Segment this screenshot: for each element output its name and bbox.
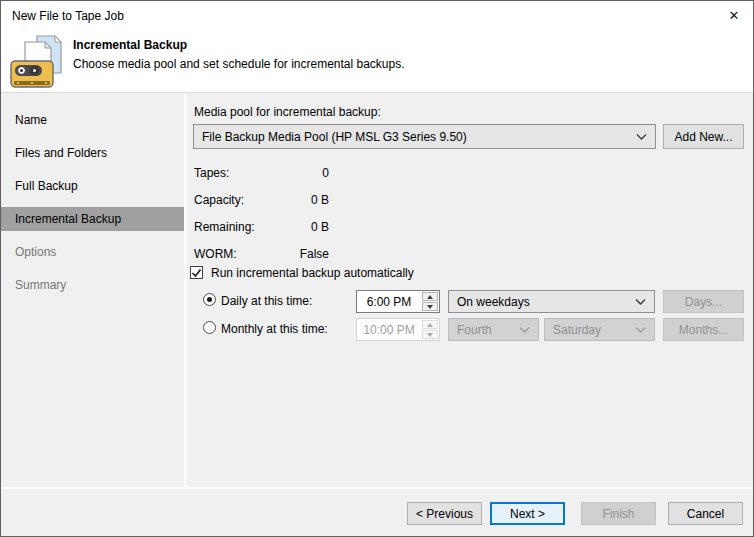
- monthly-day-value: Saturday: [553, 323, 601, 337]
- add-new-button-label: Add New...: [674, 130, 732, 144]
- spin-up-icon: [427, 323, 433, 327]
- wizard-header: Incremental Backup Choose media pool and…: [1, 31, 753, 93]
- spin-up-button[interactable]: [422, 292, 438, 301]
- sidebar-item-summary[interactable]: Summary: [1, 273, 184, 297]
- sidebar-item-full-backup[interactable]: Full Backup: [1, 174, 184, 198]
- months-button[interactable]: Months...: [663, 318, 744, 341]
- main-content: Media pool for incremental backup: File …: [187, 93, 753, 487]
- monthly-time-spinner[interactable]: 10:00 PM: [356, 318, 440, 341]
- spin-down-button[interactable]: [422, 330, 438, 339]
- spin-down-icon: [427, 305, 433, 309]
- footer-bar: < Previous Next > Finish Cancel: [1, 487, 753, 536]
- finish-button-label: Finish: [602, 507, 634, 521]
- window-title: New File to Tape Job: [12, 9, 124, 23]
- spin-down-icon: [427, 333, 433, 337]
- spin-up-button[interactable]: [422, 320, 438, 329]
- chevron-down-icon: [635, 299, 646, 305]
- spin-down-button[interactable]: [422, 302, 438, 311]
- daily-time-value: 6:00 PM: [357, 291, 421, 312]
- next-button[interactable]: Next >: [490, 502, 565, 525]
- remaining-label: Remaining:: [194, 220, 255, 234]
- tapes-value: 0: [247, 166, 329, 180]
- capacity-value: 0 B: [247, 193, 329, 207]
- step-title: Incremental Backup: [73, 38, 187, 52]
- monthly-radio[interactable]: [203, 321, 216, 334]
- capacity-label: Capacity:: [194, 193, 244, 207]
- sidebar-item-incremental-backup[interactable]: Incremental Backup: [1, 207, 184, 231]
- chevron-down-icon: [636, 134, 647, 140]
- monthly-time-spin-buttons: [421, 319, 439, 340]
- wizard-steps-sidebar: Name Files and Folders Full Backup Incre…: [1, 94, 184, 487]
- finish-button[interactable]: Finish: [581, 502, 656, 525]
- daily-label: Daily at this time:: [221, 294, 312, 308]
- worm-label: WORM:: [194, 247, 237, 261]
- run-automatically-checkbox[interactable]: [190, 266, 203, 279]
- months-button-label: Months...: [679, 323, 728, 337]
- days-button-label: Days...: [685, 295, 722, 309]
- close-icon[interactable]: ✕: [723, 6, 745, 25]
- tapes-label: Tapes:: [194, 166, 229, 180]
- cancel-button[interactable]: Cancel: [668, 502, 743, 525]
- daily-time-spinner[interactable]: 6:00 PM: [356, 290, 440, 313]
- checkmark-icon: [191, 268, 202, 278]
- monthly-week-value: Fourth: [457, 323, 492, 337]
- tape-backup-icon: [10, 33, 66, 89]
- monthly-week-select[interactable]: Fourth: [448, 318, 539, 341]
- daily-frequency-value: On weekdays: [457, 295, 530, 309]
- monthly-label: Monthly at this time:: [221, 322, 328, 336]
- add-new-button[interactable]: Add New...: [663, 124, 744, 149]
- chevron-down-icon: [519, 327, 530, 333]
- days-button[interactable]: Days...: [663, 290, 744, 313]
- step-description: Choose media pool and set schedule for i…: [73, 57, 405, 71]
- new-file-to-tape-job-dialog: New File to Tape Job ✕ Incremental Backu…: [0, 0, 754, 537]
- media-pool-label: Media pool for incremental backup:: [194, 105, 381, 119]
- daily-frequency-select[interactable]: On weekdays: [448, 290, 655, 313]
- media-pool-select[interactable]: File Backup Media Pool (HP MSL G3 Series…: [193, 124, 656, 149]
- cancel-button-label: Cancel: [687, 507, 724, 521]
- media-pool-selected-value: File Backup Media Pool (HP MSL G3 Series…: [202, 130, 467, 144]
- remaining-value: 0 B: [247, 220, 329, 234]
- chevron-down-icon: [635, 327, 646, 333]
- daily-radio[interactable]: [203, 293, 216, 306]
- sidebar-item-name[interactable]: Name: [1, 108, 184, 132]
- monthly-day-select[interactable]: Saturday: [544, 318, 655, 341]
- run-automatically-label: Run incremental backup automatically: [211, 266, 414, 280]
- monthly-time-value: 10:00 PM: [357, 319, 421, 340]
- title-bar: New File to Tape Job ✕: [1, 1, 753, 31]
- worm-value: False: [247, 247, 329, 261]
- previous-button[interactable]: < Previous: [407, 502, 482, 525]
- sidebar-item-options[interactable]: Options: [1, 240, 184, 264]
- spin-up-icon: [427, 295, 433, 299]
- previous-button-label: < Previous: [416, 507, 473, 521]
- daily-time-spin-buttons: [421, 291, 439, 312]
- next-button-label: Next >: [510, 507, 545, 521]
- sidebar-item-files-and-folders[interactable]: Files and Folders: [1, 141, 184, 165]
